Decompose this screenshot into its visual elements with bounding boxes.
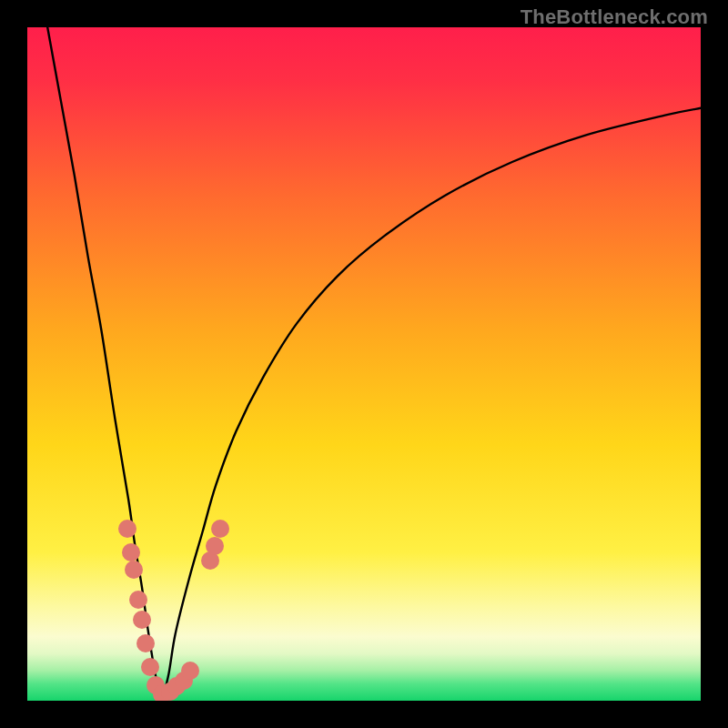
data-point-marker: [206, 537, 224, 555]
chart-frame: TheBottleneck.com: [0, 0, 728, 728]
data-point-marker: [122, 543, 140, 561]
curve-right-branch: [162, 108, 701, 701]
data-point-marker: [133, 611, 151, 629]
data-point-marker: [211, 520, 229, 538]
data-point-marker: [136, 634, 155, 652]
watermark-text: TheBottleneck.com: [521, 5, 708, 29]
data-point-marker: [118, 520, 136, 538]
bottleneck-curve: [27, 27, 701, 701]
data-point-marker: [129, 591, 147, 609]
data-point-marker: [125, 561, 143, 579]
data-point-marker: [141, 658, 159, 676]
data-point-marker: [181, 662, 199, 680]
plot-area: [27, 27, 701, 701]
